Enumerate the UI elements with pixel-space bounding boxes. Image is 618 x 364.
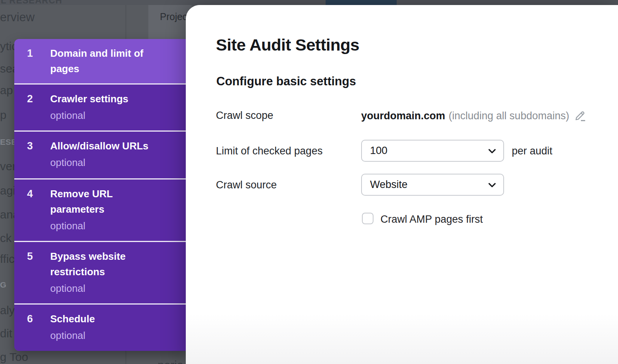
step-number: 1	[14, 46, 50, 76]
step-title: Remove URL parameters	[50, 186, 160, 217]
crawl-scope-label: Crawl scope	[216, 110, 273, 122]
crawl-scope-note: (including all subdomains)	[449, 110, 569, 122]
step-number: 5	[14, 249, 50, 279]
sidebar-fragment: L RESEARCH	[1, 0, 62, 6]
section-heading: Configure basic settings	[216, 74, 356, 88]
limit-select[interactable]: 100	[361, 140, 504, 162]
sidebar-fragment: agi	[0, 184, 15, 197]
step-title: Bypass website restrictions	[50, 249, 160, 279]
step-crawler-settings[interactable]: 2 Crawler settings optional	[14, 83, 186, 130]
sidebar-fragment: ap	[0, 84, 13, 97]
sidebar-fragment: g Too	[0, 350, 28, 364]
sidebar-fragment: G	[0, 280, 7, 290]
modal-title: Site Audit Settings	[216, 36, 359, 54]
limit-suffix: per audit	[512, 145, 552, 157]
background-tab[interactable]: Projec	[148, 5, 192, 39]
step-allow-disallow-urls[interactable]: 3 Allow/disallow URLs optional	[14, 130, 186, 178]
step-title: Schedule	[50, 311, 160, 327]
step-optional-label: optional	[50, 282, 186, 295]
sidebar-fragment: dit	[0, 327, 12, 340]
sidebar-fragment: aly	[0, 304, 15, 317]
step-optional-label: optional	[50, 156, 186, 169]
step-remove-url-parameters[interactable]: 4 Remove URL parameters optional	[14, 178, 186, 241]
sidebar-fragment: ffic	[0, 252, 15, 266]
step-schedule[interactable]: 6 Schedule optional	[14, 303, 186, 351]
limit-select-value: 100	[370, 145, 387, 157]
background-topbar	[0, 0, 618, 5]
step-optional-label: optional	[50, 329, 186, 342]
step-number: 6	[14, 311, 50, 327]
limit-label: Limit of checked pages	[216, 145, 323, 157]
step-title: Crawler settings	[50, 91, 160, 107]
step-number: 4	[14, 186, 50, 217]
crawl-scope-value: yourdomain.com (including all subdomains…	[361, 109, 586, 123]
sidebar-fragment: ck	[0, 232, 12, 245]
chevron-down-icon	[487, 180, 497, 190]
crawl-source-select[interactable]: Website	[361, 174, 504, 196]
crawl-source-label: Crawl source	[216, 179, 277, 191]
sidebar-fragment: erview	[0, 10, 35, 24]
step-number: 3	[14, 138, 50, 154]
crawl-amp-label[interactable]: Crawl AMP pages first	[380, 213, 483, 225]
chevron-down-icon	[487, 146, 497, 156]
sidebar-fragment: ver	[0, 160, 16, 173]
step-number: 2	[14, 91, 50, 107]
crawl-scope-domain: yourdomain.com	[361, 110, 445, 122]
step-domain-and-limit[interactable]: 1 Domain and limit of pages	[14, 39, 186, 83]
sidebar-fragment: p	[0, 108, 7, 122]
background-topbar-button	[326, 0, 397, 5]
background-bottom-fragment: perio	[158, 359, 183, 364]
crawl-amp-checkbox[interactable]	[362, 213, 374, 224]
step-optional-label: optional	[50, 109, 186, 122]
settings-step-nav: 1 Domain and limit of pages 2 Crawler se…	[14, 39, 186, 351]
step-bypass-website-restrictions[interactable]: 5 Bypass website restrictions optional	[14, 241, 186, 303]
step-title: Domain and limit of pages	[50, 46, 160, 76]
step-title: Allow/disallow URLs	[50, 138, 160, 154]
crawl-source-select-value: Website	[370, 179, 407, 191]
edit-pencil-icon[interactable]	[574, 110, 586, 122]
site-audit-settings-modal: Site Audit Settings Configure basic sett…	[186, 5, 618, 364]
step-optional-label: optional	[50, 219, 186, 232]
background-tab-label: Projec	[160, 11, 187, 22]
